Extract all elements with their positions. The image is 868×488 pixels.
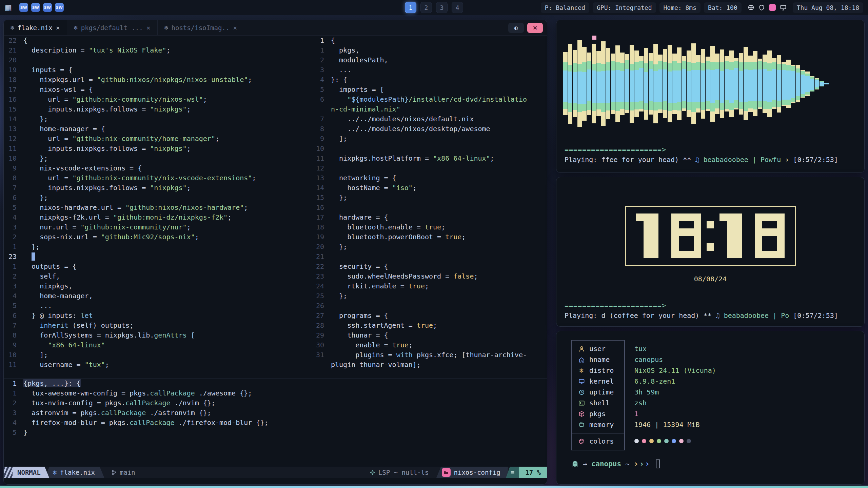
line-number: 7 [4, 321, 23, 330]
shield-icon[interactable] [758, 4, 765, 11]
status-chip-1: P: Balanced [541, 2, 589, 13]
fetch-icon [577, 389, 586, 395]
window-close-button[interactable]: × [527, 23, 543, 33]
line-number: 10 [311, 144, 331, 154]
pink-app-icon[interactable] [769, 4, 776, 11]
code-text: inputs.nixpkgs.follows = "nixpkgs"; [23, 183, 191, 193]
pane-flake-nix[interactable]: 22{21 description = "tux's NixOS Flake";… [4, 36, 311, 378]
viz-bar [744, 47, 748, 120]
line-number: 1 [311, 45, 331, 55]
viz-bar [596, 51, 601, 116]
clock-digit [755, 214, 785, 258]
code-line: 4 home-manager, [4, 291, 311, 301]
code-text: url = "github:nix-community/home-manager… [23, 134, 219, 144]
tab-1[interactable]: ❄flake.nix× [4, 20, 67, 35]
code-text: nixpkgs.hostPlatform = "x86_64-linux"; [331, 154, 494, 163]
workspace-button-2[interactable]: 2 [420, 2, 432, 13]
line-number: 24 [311, 281, 331, 291]
datetime-chip[interactable]: Thu Aug 08, 18:18 [793, 2, 863, 13]
line-number: 1 [4, 262, 23, 271]
tag-icon-3[interactable]: SW [43, 3, 52, 12]
viz-bar [592, 44, 596, 123]
line-number: 6 [311, 95, 331, 104]
code-text: programs = { [331, 311, 388, 321]
tab-3[interactable]: ❄hosts/isoImag..× [158, 20, 244, 35]
code-line: 23 sudo.wheelNeedsPassword = false; [311, 271, 547, 281]
fetch-label: shell [589, 399, 610, 407]
tab-close-icon[interactable]: × [146, 24, 151, 32]
workspace-button-1[interactable]: 1 [405, 2, 416, 13]
theme-toggle-button[interactable]: ◐ [508, 23, 524, 33]
tab-close-icon[interactable]: × [233, 24, 237, 32]
fetch-labels: userhname❄distrokerneluptimeshellpkgsmem… [571, 340, 625, 450]
code-text: ]; [23, 350, 48, 360]
code-text: nixos-wsl = { [23, 85, 93, 95]
line-number: 5 [4, 203, 23, 212]
code-line: 6 } @ inputs: let [4, 311, 311, 321]
code-line: 21 [311, 252, 547, 262]
code-text: }; [331, 242, 347, 252]
code-line: 1 pkgs, [311, 45, 547, 55]
tab-2[interactable]: ❄pkgs/default ...× [67, 20, 158, 35]
display-icon[interactable] [780, 4, 787, 11]
code-line: 20 }; [311, 242, 547, 252]
prompt-arrow: → [583, 460, 587, 468]
code-text: nixpkgs.url = "github:nixos/nixpkgs/nixo… [23, 75, 252, 85]
code-text: imports = [ [331, 85, 384, 95]
line-number: 1 [4, 388, 23, 398]
scroll-percent: 17 % [519, 467, 547, 478]
tab-close-icon[interactable]: × [56, 24, 60, 32]
code-line: 18 nixpkgs.url = "github:nixos/nixpkgs/n… [4, 75, 311, 85]
code-text: {pkgs, ...}: { [23, 379, 81, 388]
editor-splits: 22{21 description = "tux's NixOS Flake";… [4, 36, 547, 378]
gear-icon [370, 470, 375, 475]
statusline-file: ❄ flake.nix [45, 467, 104, 478]
network-globe-icon[interactable] [748, 4, 754, 11]
line-number: 14 [311, 183, 331, 193]
line-number: 23 [4, 252, 23, 262]
status-chip-2: GPU: Integrated [593, 2, 656, 13]
command-line[interactable] [4, 478, 547, 485]
tabline: ❄flake.nix×❄pkgs/default ...×❄hosts/isoI… [4, 20, 547, 36]
code-line: 17 nixos-wsl = { [4, 85, 311, 95]
tag-icon-1[interactable]: SW [19, 3, 28, 12]
code-line: 14 hostName = "iso"; [311, 183, 547, 193]
workspace-button-3[interactable]: 3 [436, 2, 448, 13]
line-number: 25 [311, 291, 331, 301]
app-launcher-icon[interactable]: ▦ [5, 3, 12, 12]
code-text: inputs.nixpkgs.follows = "nixpkgs"; [23, 104, 191, 114]
workspace-button-4[interactable]: 4 [452, 2, 463, 13]
code-text: security = { [331, 262, 388, 271]
code-text: plugins = with pkgs.xfce; [thunar-archiv… [331, 350, 527, 360]
shell-prompt[interactable]: →canopus~››› [571, 459, 864, 469]
line-number: 3 [4, 281, 23, 291]
line-number: 3 [311, 65, 331, 75]
code-text: { [331, 36, 335, 45]
fetch-icon [577, 378, 586, 385]
viz-bar [734, 58, 738, 109]
viz-bar [611, 54, 615, 114]
code-text: plugin thunar-volman]; [331, 360, 421, 370]
code-text: ../../modules/nixos/desktop/awesome [331, 124, 490, 134]
viz-bar [758, 59, 762, 109]
tag-icon-2[interactable]: SW [31, 3, 40, 12]
code-line: 7 inputs.nixpkgs.follows = "nixpkgs"; [4, 183, 311, 193]
workspace-switcher: 1234 [405, 2, 463, 13]
line-number: 18 [4, 75, 23, 85]
fetch-value-distro: NixOS 24.11 (Vicuna) [634, 365, 716, 376]
viz-accent-pixel [592, 36, 596, 40]
fetch-label: distro [589, 366, 614, 374]
viz-bar [644, 48, 648, 120]
pane-iso-image[interactable]: 1{1 pkgs,2 modulesPath,3 ...4}: {5 impor… [311, 36, 547, 378]
viz-bar [810, 76, 814, 92]
code-text: username = "tux"; [23, 360, 109, 370]
code-text: outputs = { [23, 262, 77, 271]
package-icon [578, 411, 585, 417]
line-number: 2 [4, 271, 23, 281]
chevron-icon: › [634, 459, 639, 469]
pane-pkgs-default[interactable]: 1{pkgs, ...}: {1 tux-awesome-wm-config =… [4, 378, 547, 467]
code-line: 8 ../../modules/nixos/desktop/awesome [311, 124, 547, 134]
code-line: 7 ../../modules/nixos/default.nix [311, 114, 547, 124]
fetch-row-distro: ❄distro [572, 365, 624, 376]
tag-icon-4[interactable]: SW [55, 3, 64, 12]
